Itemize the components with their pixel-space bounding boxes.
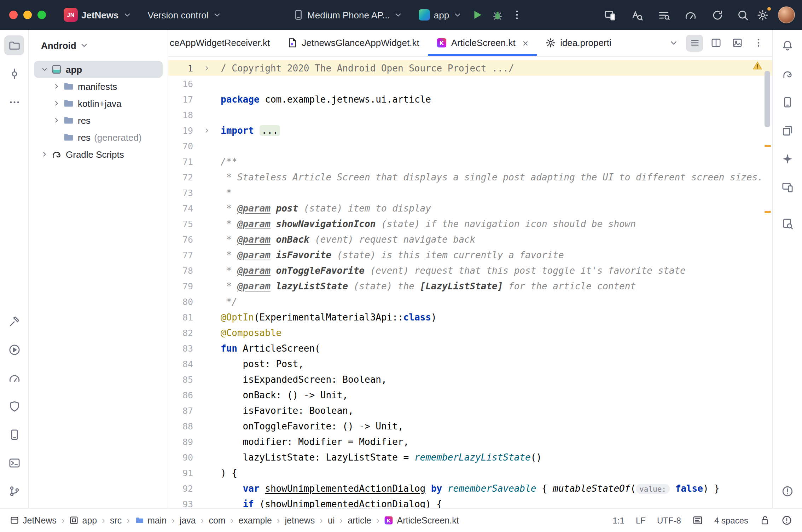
indent-size[interactable]: 4 spaces xyxy=(714,515,748,525)
device-manager-toolwindow-button[interactable] xyxy=(778,92,797,112)
tab-jetnewsglanceappwidget-kt[interactable]: JetnewsGlanceAppWidget.kt xyxy=(278,30,428,56)
vcs-widget[interactable]: Version control xyxy=(143,7,227,23)
code-line-87[interactable]: 87 isFavorite: Boolean, xyxy=(168,403,772,418)
minimize-window-button[interactable] xyxy=(23,11,32,19)
run-button[interactable] xyxy=(467,5,487,25)
hidden-tabs-button[interactable] xyxy=(665,34,682,51)
editor-more-button[interactable] xyxy=(750,34,767,51)
code-line-85[interactable]: 85 isExpandedScreen: Boolean, xyxy=(168,371,772,387)
terminal-toolwindow-button[interactable] xyxy=(4,453,24,473)
running-devices-toolwindow-button[interactable] xyxy=(778,177,797,197)
code-view-button[interactable] xyxy=(686,34,703,51)
tab-idea-properti[interactable]: idea.properti xyxy=(537,30,620,56)
zoom-window-button[interactable] xyxy=(37,11,46,19)
code-line-93[interactable]: 93 if (showUnimplementedActionDialog) { xyxy=(168,496,772,508)
profiler-button[interactable] xyxy=(680,5,700,25)
logcat-button[interactable] xyxy=(653,5,673,25)
breadcrumb-ui[interactable]: ui xyxy=(328,515,335,525)
gradle-toolwindow-button[interactable] xyxy=(778,64,797,83)
code-line-72[interactable]: 72 * Stateless Article Screen that displ… xyxy=(168,169,772,185)
breadcrumb-example[interactable]: example xyxy=(238,515,272,525)
breadcrumb-main[interactable]: main xyxy=(135,515,167,525)
code-line-92[interactable]: 92 var showUnimplementedActionDialog by … xyxy=(168,480,772,496)
tab-articlescreen-kt[interactable]: KArticleScreen.kt× xyxy=(428,30,537,56)
user-avatar[interactable] xyxy=(778,6,795,23)
breadcrumb-app[interactable]: app xyxy=(70,515,97,525)
code-line-80[interactable]: 80 */ xyxy=(168,294,772,309)
code-line-71[interactable]: 71/** xyxy=(168,154,772,169)
code-line-1[interactable]: 1/ Copyright 2020 The Android Open Sourc… xyxy=(168,60,772,76)
more-tool-windows-toolwindow-button[interactable] xyxy=(4,92,24,112)
gemini-toolwindow-button[interactable] xyxy=(778,149,797,168)
line-separator[interactable]: LF xyxy=(636,515,646,525)
inspections-widget[interactable] xyxy=(752,61,762,71)
breadcrumb-article[interactable]: article xyxy=(348,515,371,525)
search-everywhere-button[interactable] xyxy=(733,5,752,25)
running-devices-button[interactable] xyxy=(600,5,620,25)
close-tab-icon[interactable]: × xyxy=(523,38,528,48)
chevron-down-icon-wrap[interactable] xyxy=(39,65,50,74)
app-quality-insights-toolwindow-button[interactable] xyxy=(4,396,24,416)
code-line-73[interactable]: 73 * xyxy=(168,185,772,200)
design-view-button[interactable] xyxy=(728,34,745,51)
problems-indicator[interactable] xyxy=(781,515,792,526)
tree-item-manifests[interactable]: manifests xyxy=(34,78,163,95)
code-line-77[interactable]: 77 * @param isFavorite (state) is this i… xyxy=(168,247,772,262)
tree-item-res[interactable]: res(generated) xyxy=(34,129,163,146)
run-configuration-selector[interactable]: app xyxy=(414,6,467,23)
chevron-right-icon-wrap[interactable] xyxy=(51,99,62,108)
indent-style-button[interactable] xyxy=(692,515,703,526)
run-toolwindow-button[interactable] xyxy=(4,340,24,359)
breadcrumb-articlescreen-kt[interactable]: KArticleScreen.kt xyxy=(384,515,459,525)
project-view-selector[interactable]: Android xyxy=(29,30,168,61)
version-control-toolwindow-button[interactable] xyxy=(4,481,24,501)
breadcrumb-java[interactable]: java xyxy=(180,515,196,525)
code-line-83[interactable]: 83fun ArticleScreen( xyxy=(168,340,772,356)
code-line-74[interactable]: 74 * @param post (state) item to display xyxy=(168,200,772,216)
tab-ceappwidgetreceiver-kt[interactable]: ceAppWidgetReceiver.kt xyxy=(168,30,278,56)
chevron-right-icon-wrap[interactable] xyxy=(51,116,62,125)
code-line-89[interactable]: 89 modifier: Modifier = Modifier, xyxy=(168,434,772,449)
editor-scrollbar-thumb[interactable] xyxy=(765,71,770,127)
code-line-18[interactable]: 18 xyxy=(168,107,772,122)
debug-button[interactable] xyxy=(487,5,507,25)
warning-stripe-mark[interactable] xyxy=(765,211,771,213)
code-line-84[interactable]: 84 post: Post, xyxy=(168,356,772,371)
close-window-button[interactable] xyxy=(9,11,18,19)
code-line-75[interactable]: 75 * @param showNavigationIcon (state) i… xyxy=(168,216,772,231)
code-editor[interactable]: 1/ Copyright 2020 The Android Open Sourc… xyxy=(168,57,772,508)
project-menu[interactable]: JN JetNews xyxy=(59,5,137,25)
breadcrumb-jetnews[interactable]: JetNews xyxy=(10,515,57,525)
code-line-19[interactable]: 19import ... xyxy=(168,122,772,138)
build-toolwindow-button[interactable] xyxy=(4,311,24,331)
tree-item-gradle-scripts[interactable]: Gradle Scripts xyxy=(34,146,163,163)
more-run-actions-button[interactable] xyxy=(507,5,527,25)
code-line-88[interactable]: 88 onToggleFavorite: () -> Unit, xyxy=(168,418,772,434)
breadcrumb-src[interactable]: src xyxy=(110,515,122,525)
caret-position[interactable]: 1:1 xyxy=(613,515,624,525)
code-line-70[interactable]: 70 xyxy=(168,138,772,154)
readonly-toggle[interactable] xyxy=(760,515,770,526)
code-line-90[interactable]: 90 lazyListState: LazyListState = rememb… xyxy=(168,449,772,465)
notifications-toolwindow-button[interactable] xyxy=(778,35,797,55)
gradle-sync-button[interactable] xyxy=(707,5,727,25)
settings-button[interactable] xyxy=(752,5,772,25)
tree-item-app[interactable]: app xyxy=(34,61,163,78)
fold-marker-icon[interactable] xyxy=(193,64,221,72)
code-line-81[interactable]: 81@OptIn(ExperimentalMaterial3Api::class… xyxy=(168,309,772,325)
device-manager-toolwindow-button[interactable] xyxy=(4,424,24,444)
tree-item-kotlin-java[interactable]: kotlin+java xyxy=(34,95,163,112)
device-file-explorer-toolwindow-button[interactable] xyxy=(778,120,797,140)
project-folder-toolwindow-button[interactable] xyxy=(4,35,24,55)
code-line-91[interactable]: 91) { xyxy=(168,465,772,480)
code-line-76[interactable]: 76 * @param onBack (event) request navig… xyxy=(168,231,772,247)
breadcrumb-jetnews[interactable]: jetnews xyxy=(285,515,315,525)
fold-marker-icon[interactable] xyxy=(193,126,221,134)
device-selector[interactable]: Medium Phone AP... xyxy=(287,6,408,23)
code-line-79[interactable]: 79 * @param lazyListState (state) the [L… xyxy=(168,278,772,294)
warning-stripe-mark[interactable] xyxy=(765,145,771,147)
chevron-right-icon-wrap[interactable] xyxy=(51,82,62,91)
code-line-16[interactable]: 16 xyxy=(168,76,772,91)
tree-item-res[interactable]: res xyxy=(34,112,163,129)
code-inspection-button[interactable] xyxy=(627,5,646,25)
